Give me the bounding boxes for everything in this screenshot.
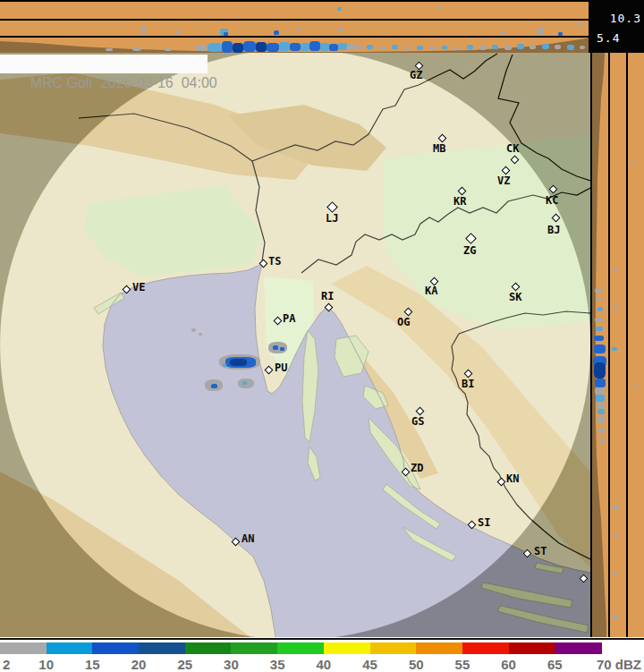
radar-echo (320, 43, 329, 51)
radar-echo (195, 45, 208, 51)
scale-segment (509, 642, 555, 654)
scale-segment (47, 642, 93, 654)
radar-echo (479, 46, 487, 50)
panel-divider (608, 53, 610, 637)
radar-echo (256, 42, 267, 52)
panel-divider (0, 36, 590, 38)
radar-echo (595, 387, 605, 395)
radar-echo (392, 45, 398, 49)
radar-echo (631, 161, 635, 164)
scale-label: 65 (547, 657, 563, 672)
radar-echo (211, 384, 217, 388)
radar-echo (309, 41, 320, 51)
city-label: ST (534, 546, 547, 557)
scale-label: 15 (85, 657, 100, 672)
city-label: RI (321, 291, 334, 302)
scale-label: 60 (501, 657, 516, 672)
radar-echo (613, 573, 617, 575)
radar-echo (243, 41, 256, 52)
radar-echo (280, 347, 284, 351)
radar-echo (290, 43, 301, 51)
radar-echo (454, 47, 461, 50)
radar-echo (538, 27, 543, 36)
radar-echo (614, 268, 617, 271)
radar-echo (501, 31, 505, 35)
radar-echo (595, 379, 606, 387)
radar-echo (267, 43, 279, 52)
radar-echo (417, 46, 423, 50)
radar-echo (517, 44, 524, 49)
radar-echo (597, 402, 605, 409)
radar-echo (337, 7, 342, 11)
color-scale-bar (0, 642, 601, 654)
city-label: KC (546, 195, 558, 206)
scale-segment (92, 642, 139, 654)
radar-echo (594, 336, 604, 341)
scale-segment (416, 642, 462, 654)
radar-echo (613, 506, 620, 509)
city-label: ZG (463, 245, 476, 256)
radar-echo (597, 307, 603, 311)
radar-echo (612, 347, 617, 351)
city-label: GS (411, 416, 424, 427)
scale-label: 10 (38, 657, 54, 672)
radar-echo (633, 385, 637, 387)
scale-label: 20 (131, 657, 147, 672)
city-label: ZD (411, 463, 423, 473)
radar-echo (612, 616, 618, 619)
radar-echo (577, 23, 581, 27)
city-label: BI (462, 379, 474, 389)
scale-label: 45 (362, 657, 377, 672)
radar-echo (595, 318, 603, 322)
scale-segment (139, 642, 185, 654)
page-title: MRC Goli 2026-03-16 04:00 (30, 75, 217, 90)
radar-echo (530, 45, 536, 49)
panel-divider (0, 19, 590, 21)
scale-segment (462, 642, 509, 654)
radar-echo (354, 45, 361, 49)
scale-label: 2 (3, 657, 10, 672)
city-label: AN (242, 533, 254, 544)
radar-echo (597, 409, 605, 414)
panel-divider (626, 53, 628, 637)
scale-segment (0, 642, 47, 654)
radar-echo (598, 428, 605, 433)
scale-label: 35 (270, 657, 285, 672)
radar-echo (279, 42, 290, 51)
radar-echo (297, 28, 301, 31)
radar-echo (596, 297, 601, 301)
city-label: SI (478, 517, 490, 528)
radar-echo (141, 26, 146, 34)
radar-echo (567, 45, 574, 50)
radar-echo (594, 362, 606, 379)
radar-echo (233, 43, 243, 53)
radar-echo (599, 438, 605, 443)
radar-echo (442, 46, 447, 49)
scale-segment (277, 642, 324, 654)
city-label: KA (425, 285, 437, 296)
radar-echo (429, 47, 436, 50)
radar-echo (504, 46, 512, 50)
radar-echo (542, 44, 549, 49)
radar-echo (230, 359, 247, 366)
radar-echo (301, 43, 309, 51)
scale-label: 50 (409, 657, 424, 672)
mid-height-value: 5.4 (597, 31, 620, 45)
radar-echo (338, 43, 347, 50)
radar-echo (329, 44, 338, 51)
radar-echo (175, 30, 181, 34)
radar-echo (242, 381, 247, 385)
radar-echo (132, 47, 141, 51)
radar-echo (222, 41, 233, 53)
city-label: VE (132, 282, 145, 293)
scale-label: 70 dBZ (597, 657, 641, 672)
radar-echo (596, 327, 603, 331)
radar-screen: 10.3 5.4 (0, 0, 644, 672)
city-label: OG (397, 317, 410, 327)
radar-echo (338, 28, 343, 31)
city-label: PA (283, 313, 295, 324)
top-cross-section-panel (0, 0, 590, 53)
panel-divider (590, 53, 592, 637)
radar-echo (191, 328, 196, 332)
city-label: BJ (547, 225, 560, 235)
